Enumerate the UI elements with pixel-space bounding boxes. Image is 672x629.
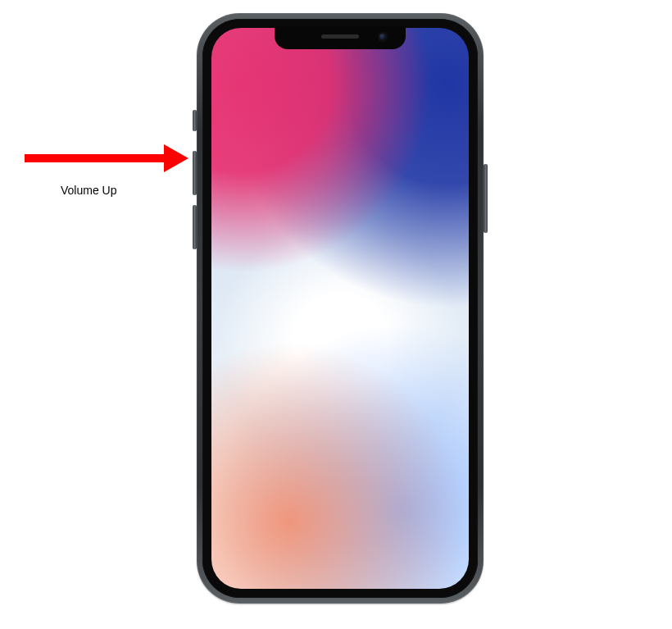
diagram-stage: Volume Up xyxy=(0,0,672,629)
side-button xyxy=(484,164,488,233)
annotation-arrow xyxy=(25,144,188,172)
speaker-grille xyxy=(321,34,359,39)
annotation-label-volume-up: Volume Up xyxy=(61,184,116,197)
device-screen xyxy=(211,28,469,589)
arrow-shaft xyxy=(25,154,164,162)
iphone-device xyxy=(197,13,484,604)
device-notch xyxy=(275,26,406,49)
front-camera xyxy=(379,34,386,40)
arrow-head-icon xyxy=(164,144,188,172)
